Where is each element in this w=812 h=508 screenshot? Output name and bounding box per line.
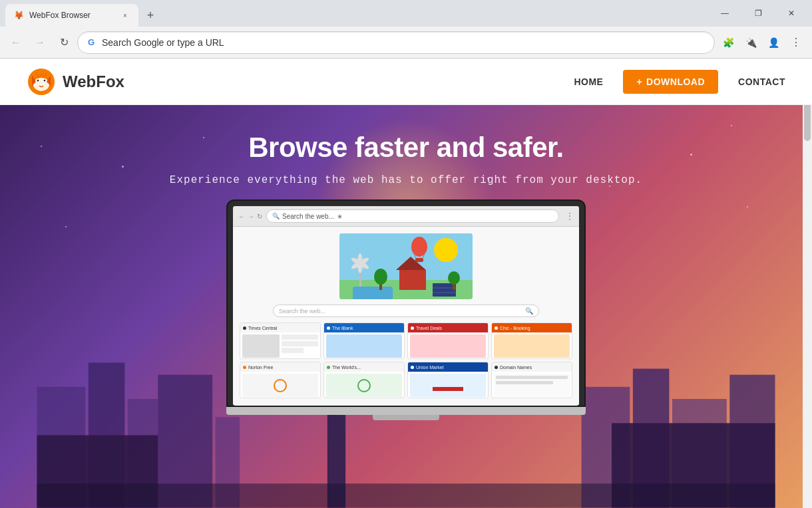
laptop-tile: The iBank [323,322,405,359]
address-input[interactable] [102,37,706,48]
svg-point-40 [448,271,460,285]
google-icon: G [86,37,97,48]
svg-point-21 [434,238,458,262]
tab-close-button[interactable]: × [120,10,130,21]
profile-icon[interactable]: 👤 [763,32,784,53]
laptop-browser-bar: ← → ↻ 🔍 Search the web... ★ ⋮ [233,206,579,227]
new-tab-button[interactable]: + [141,6,160,25]
laptop-tile: Norton Free [240,362,321,398]
tab-bar: 🦊 WebFox Browser × + [5,0,704,27]
laptop-body: ← → ↻ 🔍 Search the web... ★ ⋮ [226,199,586,407]
scrollbar[interactable] [803,85,812,508]
laptop-address-text: Search the web... [282,213,334,220]
svg-point-1 [33,78,49,91]
extensions-icon[interactable]: 🧩 [717,32,739,53]
puzzle-icon[interactable]: 🔌 [740,32,761,53]
active-tab[interactable]: 🦊 WebFox Browser × [5,4,138,27]
hero-subtitle: Experience everything the web has to off… [170,174,642,186]
svg-point-33 [411,237,427,257]
download-label: DOWNLOAD [646,76,705,87]
svg-rect-30 [433,283,456,297]
laptop-tiles-grid: Times Central [240,322,572,398]
download-button[interactable]: + DOWNLOAD [623,70,718,94]
svg-rect-36 [415,258,423,262]
svg-rect-19 [37,484,775,508]
laptop-tile: Times Central [240,322,321,359]
laptop-base [226,407,586,415]
menu-icon[interactable]: ⋮ [785,32,807,53]
laptop-reload-btn: ↻ [257,213,262,220]
minimize-button[interactable]: — [710,3,740,23]
reload-button[interactable]: ↻ [53,32,75,53]
navigation-bar: ← → ↻ G 🧩 🔌 👤 ⋮ [0,27,812,59]
tab-title: WebFox Browser [29,11,114,20]
svg-point-4 [37,79,39,81]
laptop-content: Search the web... 🔍 Times Central [233,227,579,405]
laptop-nav-buttons: ← → ↻ [238,213,262,220]
address-bar[interactable]: G [77,31,715,54]
title-bar: 🦊 WebFox Browser × + — ❐ ✕ [0,0,812,27]
hero-title: Browse faster and safer. [170,132,642,164]
nav-right-icons: 🧩 🔌 👤 ⋮ [717,32,807,53]
hero-text: Browse faster and safer. Experience ever… [170,132,642,186]
laptop-star-icon: ★ [337,213,343,220]
tab-favicon: 🦊 [13,10,24,21]
home-nav-link[interactable]: HOME [574,76,603,87]
website-content: WebFox HOME + DOWNLOAD CONTACT [0,59,812,508]
laptop-back-btn: ← [238,213,245,220]
laptop-tile: Union Market [407,362,489,398]
svg-rect-24 [399,270,426,290]
laptop-illustration [339,233,473,299]
logo-text: WebFox [63,72,124,91]
window-controls: — ❐ ✕ [710,3,807,23]
laptop-forward-btn: → [248,213,254,220]
hero-section: Browse faster and safer. Experience ever… [0,105,812,508]
forward-button[interactable]: → [29,32,51,53]
logo-area: WebFox [27,67,124,96]
laptop-address-bar: 🔍 Search the web... ★ [266,209,559,223]
laptop-mockup: ← → ↻ 🔍 Search the web... ★ ⋮ [226,199,586,420]
laptop-tile: Domain Names [491,362,572,398]
contact-nav-link[interactable]: CONTACT [738,76,785,87]
close-button[interactable]: ✕ [776,3,807,23]
browser-window: 🦊 WebFox Browser × + — ❐ ✕ ← → ↻ G 🧩 🔌 👤… [0,0,812,508]
svg-rect-23 [353,287,393,299]
logo-icon [27,67,56,96]
maximize-button[interactable]: ❐ [743,3,773,23]
laptop-tile: Chic - Booking [491,322,572,359]
svg-point-5 [44,79,46,81]
svg-point-38 [374,269,387,285]
laptop-stand [373,415,439,420]
back-button[interactable]: ← [5,32,27,53]
laptop-tile: The World's... [323,362,405,398]
laptop-tile: Travel Deals [407,322,489,359]
site-nav: HOME + DOWNLOAD CONTACT [574,70,785,94]
download-icon: + [636,76,642,87]
laptop-screen: ← → ↻ 🔍 Search the web... ★ ⋮ [233,206,579,406]
site-header: WebFox HOME + DOWNLOAD CONTACT [0,59,812,105]
laptop-search-bar: Search the web... 🔍 [273,305,539,317]
